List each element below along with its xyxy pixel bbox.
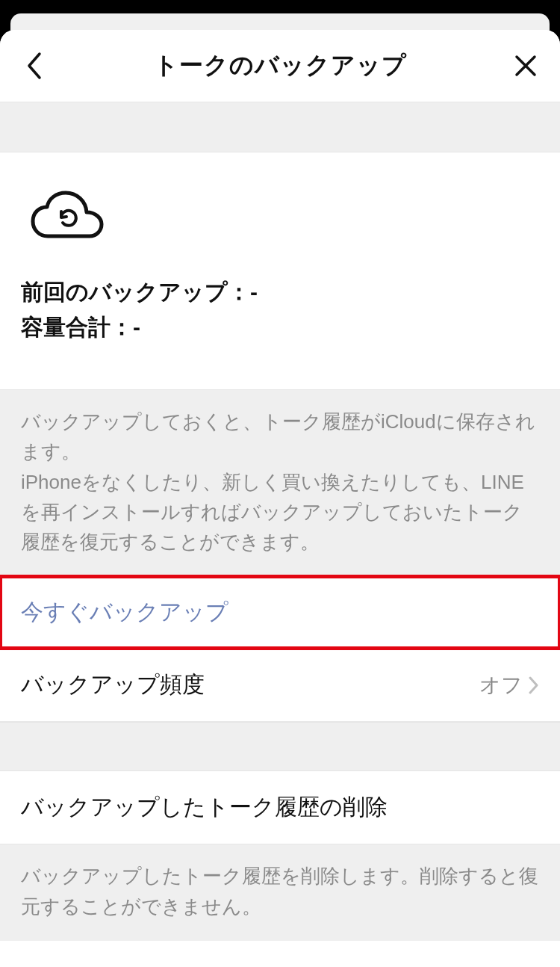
back-button[interactable] <box>18 49 51 82</box>
section-divider <box>0 722 560 771</box>
backup-frequency-label: バックアップ頻度 <box>21 670 205 700</box>
delete-backup-label: バックアップしたトーク履歴の削除 <box>21 792 388 823</box>
backup-description-section: バックアップしておくと、トーク履歴がiCloudに保存されます。 iPhoneを… <box>0 389 560 576</box>
total-size-value: - <box>133 315 140 339</box>
last-backup-value: - <box>250 279 258 304</box>
backup-frequency-value-group: オフ <box>479 671 539 699</box>
delete-description-text: バックアップしたトーク履歴を削除します。削除すると復元することができません。 <box>21 861 539 921</box>
total-size-label: 容量合計： <box>21 315 133 339</box>
backup-now-button[interactable]: 今すぐバックアップ <box>0 576 560 649</box>
last-backup-row: 前回のバックアップ：- <box>21 275 539 310</box>
total-size-row: 容量合計：- <box>21 310 539 345</box>
backup-now-label: 今すぐバックアップ <box>21 597 228 628</box>
delete-description-section: バックアップしたトーク履歴を削除します。削除すると復元することができません。 <box>0 844 560 941</box>
chevron-left-icon <box>26 52 43 80</box>
page-title: トークのバックアップ <box>154 49 407 82</box>
close-button[interactable] <box>509 49 542 82</box>
close-icon <box>514 54 538 78</box>
backup-frequency-value: オフ <box>479 671 523 699</box>
backup-frequency-row[interactable]: バックアップ頻度 オフ <box>0 649 560 722</box>
chevron-right-icon <box>529 676 539 694</box>
delete-backup-row[interactable]: バックアップしたトーク履歴の削除 <box>0 771 560 844</box>
backup-description-text: バックアップしておくと、トーク履歴がiCloudに保存されます。 iPhoneを… <box>21 407 539 557</box>
cloud-sync-icon <box>28 190 539 245</box>
modal-sheet: トークのバックアップ 前回のバックアップ：- 容量合計：- バックアップしておく… <box>0 30 560 967</box>
backup-status-section: 前回のバックアップ：- 容量合計：- <box>0 152 560 389</box>
last-backup-label: 前回のバックアップ： <box>21 279 250 304</box>
header-bar: トークのバックアップ <box>0 30 560 102</box>
section-divider <box>0 102 560 152</box>
